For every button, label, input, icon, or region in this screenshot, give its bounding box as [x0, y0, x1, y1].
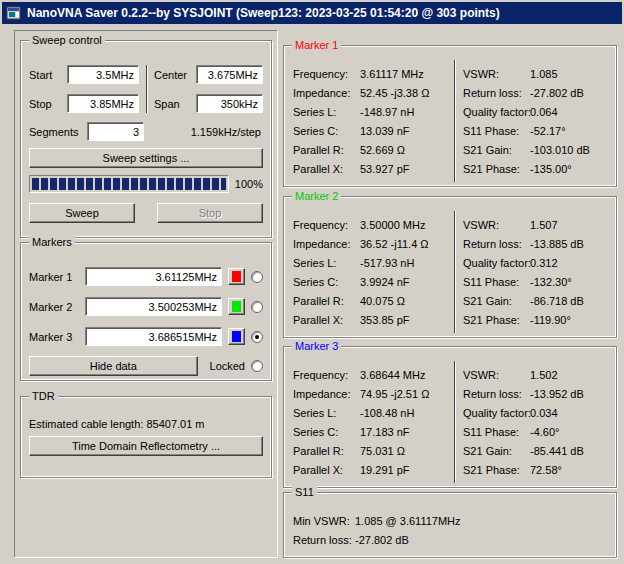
marker-2-left-column: Frequency:3.50000 MHz Impedance:36.52 -j… [284, 211, 454, 333]
marker-3-radio[interactable] [251, 331, 263, 343]
sweep-settings-button[interactable]: Sweep settings ... [29, 148, 263, 168]
stat-value: 75.031 Ω [360, 445, 405, 457]
stat-value: -86.718 dB [530, 295, 584, 307]
marker-1-panel-title: Marker 1 [292, 38, 341, 52]
marker-1-panel: Marker 1 Frequency:3.61117 MHz Impedance… [283, 45, 617, 187]
stat-value: 17.183 nF [360, 426, 410, 438]
stat-label: Min VSWR: [293, 515, 355, 527]
marker-3-frequency-input[interactable] [85, 327, 222, 346]
tdr-body: Estimated cable length: 85407.01 m Time … [21, 397, 271, 477]
stat-label: VSWR: [463, 68, 530, 80]
window-title: NanoVNA Saver 0.2.2--by SYSJOINT (Sweep1… [27, 6, 500, 20]
progress-percent-label: 100% [229, 178, 263, 190]
stat-value: -27.802 dB [530, 87, 584, 99]
stat-value: -148.97 nH [360, 106, 414, 118]
marker-1-radio[interactable] [251, 271, 263, 283]
stat-label: VSWR: [463, 219, 530, 231]
start-input[interactable] [67, 65, 139, 84]
locked-label: Locked [210, 360, 245, 372]
marker-1-frequency-input[interactable] [85, 267, 222, 286]
stat-value: 74.95 -j2.51 Ω [360, 388, 429, 400]
marker-1-label: Marker 1 [29, 271, 79, 283]
marker-1-row: Marker 1 [29, 267, 263, 286]
stat-value: 36.52 -j11.4 Ω [360, 238, 429, 250]
stat-label: Return loss: [463, 238, 530, 250]
marker-3-panel-title: Marker 3 [292, 339, 341, 353]
tdr-button[interactable]: Time Domain Reflectometry ... [29, 436, 263, 456]
stat-value: 3.50000 MHz [360, 219, 425, 231]
stop-input[interactable] [67, 94, 139, 113]
stat-label: Quality factor: [463, 257, 530, 269]
stat-label: S21 Phase: [463, 464, 530, 476]
span-label: Span [154, 98, 196, 110]
cable-length-value: 85407.01 m [146, 418, 204, 430]
stat-value: -52.17° [530, 125, 566, 137]
stat-value: 52.669 Ω [360, 144, 405, 156]
stat-label: Series C: [293, 125, 360, 137]
marker-3-panel: Marker 3 Frequency:3.68644 MHz Impedance… [283, 346, 617, 488]
stat-label: Series L: [293, 106, 360, 118]
stat-label: Frequency: [293, 369, 360, 381]
stat-value: 52.45 -j3.38 Ω [360, 87, 429, 99]
app-window: { "window": { "title": "NanoVNA Saver 0.… [0, 0, 624, 564]
step-size-text: 1.159kHz/step [191, 126, 263, 138]
stat-label: Frequency: [293, 219, 360, 231]
stat-label: S11 Phase: [463, 426, 530, 438]
stat-value: -4.60° [530, 426, 559, 438]
center-label: Center [154, 69, 196, 81]
stop-button[interactable]: Stop [157, 203, 263, 223]
marker-2-frequency-input[interactable] [85, 297, 222, 316]
hide-data-button[interactable]: Hide data [29, 356, 198, 376]
sweep-control-body: Start Center Stop Span Segments 1.159kHz… [21, 41, 271, 237]
stat-value: -517.93 nH [360, 257, 414, 269]
stat-value: 19.291 pF [360, 464, 410, 476]
stat-label: Return loss: [463, 388, 530, 400]
title-bar: NanoVNA Saver 0.2.2--by SYSJOINT (Sweep1… [2, 2, 622, 24]
marker-1-color-button[interactable] [228, 268, 245, 285]
field-divider [146, 65, 147, 113]
stat-value: -119.90° [530, 314, 571, 326]
segments-label: Segments [29, 126, 87, 138]
center-input[interactable] [196, 65, 263, 84]
stat-value: -85.441 dB [530, 445, 584, 457]
stat-value: 353.85 pF [360, 314, 410, 326]
stat-label: S21 Phase: [463, 314, 530, 326]
marker-2-row: Marker 2 [29, 297, 263, 316]
app-icon [6, 5, 22, 21]
stat-label: Impedance: [293, 238, 360, 250]
segments-input[interactable] [87, 122, 144, 141]
markers-group: Markers Marker 1 Marker 2 Marker 3 [20, 242, 272, 381]
stat-label: S21 Gain: [463, 144, 530, 156]
marker-3-row: Marker 3 [29, 327, 263, 346]
stat-label: S21 Gain: [463, 295, 530, 307]
stat-value: 0.312 [530, 257, 558, 269]
stat-label: Quality factor: [463, 106, 530, 118]
start-label: Start [29, 69, 67, 81]
sweep-control-group: Sweep control Start Center Stop Span Seg… [20, 40, 272, 238]
marker-2-radio[interactable] [251, 301, 263, 313]
tdr-group: TDR Estimated cable length: 85407.01 m T… [20, 396, 272, 478]
stat-label: Impedance: [293, 388, 360, 400]
stat-label: Parallel X: [293, 314, 360, 326]
s11-panel: S11 Min VSWR:1.085 @ 3.61117MHz Return l… [283, 492, 617, 558]
stat-value: -27.802 dB [355, 534, 409, 546]
cable-length-label: Estimated cable length: [29, 418, 143, 430]
marker-3-right-column: VSWR:1.502 Return loss:-13.952 dB Qualit… [455, 361, 616, 483]
marker-3-color-button[interactable] [228, 328, 245, 345]
locked-radio[interactable] [251, 360, 263, 372]
stat-value: 0.064 [530, 106, 558, 118]
stat-label: Return loss: [293, 534, 355, 546]
stat-label: Parallel R: [293, 144, 360, 156]
stat-value: 3.61117 MHz [360, 68, 424, 80]
s11-body: Min VSWR:1.085 @ 3.61117MHz Return loss:… [284, 493, 616, 557]
span-input[interactable] [196, 94, 263, 113]
sweep-button[interactable]: Sweep [29, 203, 135, 223]
stat-label: S21 Gain: [463, 445, 530, 457]
control-panel-frame: Sweep control Start Center Stop Span Seg… [14, 30, 278, 558]
marker-2-panel-title: Marker 2 [292, 189, 341, 203]
stat-label: Series C: [293, 426, 360, 438]
stat-value: 0.034 [530, 407, 558, 419]
stat-label: Series L: [293, 407, 360, 419]
stat-label: Frequency: [293, 68, 360, 80]
marker-2-color-button[interactable] [228, 298, 245, 315]
